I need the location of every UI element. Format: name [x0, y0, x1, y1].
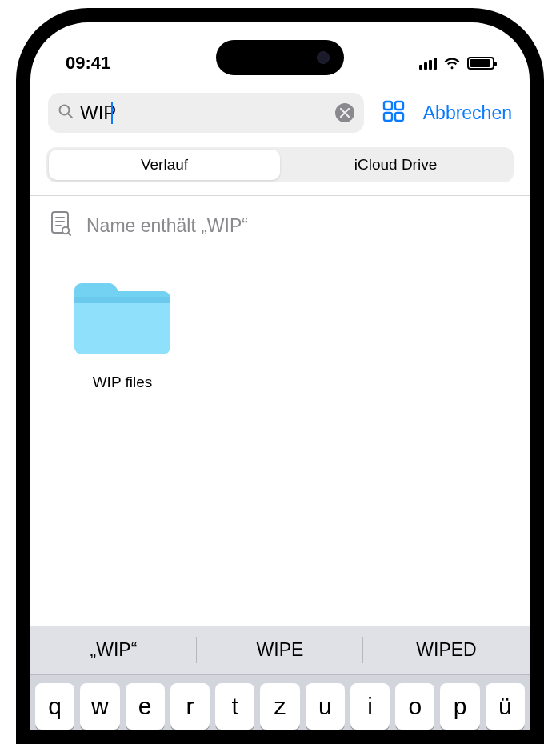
result-folder[interactable]: WIP files	[54, 273, 190, 391]
svg-rect-13	[74, 297, 170, 303]
svg-rect-3	[395, 102, 403, 110]
cancel-button[interactable]: Abbrechen	[423, 102, 512, 124]
search-input[interactable]: WIP	[80, 102, 329, 124]
document-search-icon	[50, 210, 72, 241]
front-camera	[317, 51, 330, 64]
key-ue[interactable]: ü	[486, 683, 525, 730]
status-time: 09:41	[66, 53, 110, 74]
svg-rect-2	[384, 102, 392, 110]
clear-search-button[interactable]	[335, 103, 354, 122]
key-i[interactable]: i	[350, 683, 390, 730]
key-t[interactable]: t	[215, 683, 254, 730]
key-o[interactable]: o	[395, 683, 434, 730]
key-u[interactable]: u	[306, 683, 345, 730]
key-z[interactable]: z	[260, 683, 299, 730]
svg-line-1	[68, 114, 72, 118]
scope-tab-recents[interactable]: Verlauf	[49, 150, 280, 180]
status-right	[419, 57, 494, 70]
key-e[interactable]: e	[126, 683, 165, 730]
prediction-2[interactable]: WIPED	[363, 626, 530, 674]
search-suggestion-text: Name enthält „WIP“	[86, 215, 248, 237]
key-q[interactable]: q	[35, 683, 74, 730]
prediction-0[interactable]: „WIP“	[30, 626, 197, 674]
folder-icon	[66, 273, 178, 364]
key-r[interactable]: r	[170, 683, 210, 730]
screen: 09:41 WIP	[30, 22, 530, 730]
search-icon	[58, 103, 74, 122]
predictive-text-bar: „WIP“ WIPE WIPED	[30, 626, 530, 675]
dynamic-island	[216, 40, 344, 75]
keyboard: „WIP“ WIPE WIPED q w e r t z u i o p ü	[30, 626, 530, 730]
svg-rect-12	[74, 297, 170, 354]
search-nav-row: WIP Abbrechen	[30, 85, 530, 144]
search-suggestion-row[interactable]: Name enthält „WIP“	[30, 196, 530, 249]
scope-segmented-control[interactable]: Verlauf iCloud Drive	[46, 147, 514, 182]
key-p[interactable]: p	[440, 683, 479, 730]
keyboard-row-1: q w e r t z u i o p ü	[30, 675, 530, 730]
prediction-1[interactable]: WIPE	[197, 626, 363, 674]
svg-rect-4	[384, 113, 392, 121]
key-w[interactable]: w	[80, 683, 119, 730]
svg-line-11	[68, 233, 70, 235]
cellular-signal-icon	[419, 57, 437, 70]
result-folder-name: WIP files	[93, 374, 153, 391]
battery-icon	[467, 57, 494, 70]
search-field[interactable]: WIP	[48, 93, 364, 133]
text-caret	[111, 102, 113, 124]
scope-tab-icloud[interactable]: iCloud Drive	[280, 150, 511, 180]
svg-rect-5	[395, 113, 403, 121]
results-grid: WIP files	[30, 249, 530, 415]
view-grid-button[interactable]	[378, 96, 409, 130]
wifi-icon	[443, 57, 461, 70]
phone-frame: 09:41 WIP	[16, 8, 544, 744]
